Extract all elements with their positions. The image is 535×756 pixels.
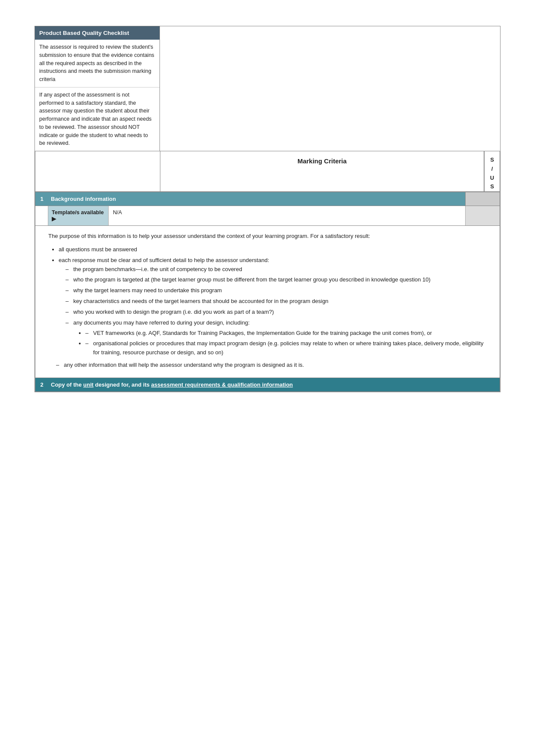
sidebar-body-2: If any aspect of the assessment is not p… (35, 87, 160, 151)
template-row: Template/s available ▶ N/A (35, 206, 500, 226)
dash-item-1: the program benchmarks—i.e. the unit of … (66, 265, 487, 274)
template-value: N/A (109, 206, 465, 225)
dash-item-4: key characteristics and needs of the tar… (66, 297, 487, 306)
template-label-text: Template/s available ▶ (52, 209, 105, 222)
section1-number: 1 (35, 192, 48, 206)
dash-item-3: why the target learners may need to unde… (66, 286, 487, 295)
template-value-text: N/A (113, 209, 122, 216)
marking-criteria-label: Marking Criteria (160, 151, 484, 191)
sub-bullet-2: organisational policies or procedures th… (85, 339, 487, 357)
main-content-body: The purpose of this information is to he… (35, 226, 500, 377)
intro-paragraph: The purpose of this information is to he… (48, 232, 487, 241)
bullet-list: all questions must be answered each resp… (48, 245, 487, 357)
top-section: Product Based Quality Checklist The asse… (35, 26, 500, 151)
marking-criteria-row: Marking Criteria S / U S (35, 151, 500, 192)
left-sidebar: Product Based Quality Checklist The asse… (35, 26, 160, 151)
dash-list-bottom: any other information that will help the… (48, 361, 487, 370)
sus-s: S (490, 156, 494, 165)
template-label: Template/s available ▶ (48, 206, 109, 225)
dash-item-5: who you worked with to design the progra… (66, 308, 487, 317)
section1-header-row: 1 Background information (35, 192, 500, 206)
sus-column: S / U S (484, 151, 500, 191)
sidebar-body-1: The assessor is required to review the s… (35, 40, 160, 87)
section2-title: Copy of the unit designed for, and its a… (48, 378, 500, 391)
sidebar-text-1: The assessor is required to review the s… (39, 44, 154, 82)
section2-title-text: Copy of the unit designed for, and its a… (51, 381, 293, 388)
dash-item-6: any documents you may have referred to d… (66, 319, 487, 357)
bullet-item-2-text: each response must be clear and of suffi… (59, 257, 269, 263)
sus-slash: / (491, 165, 493, 174)
section1-title: Background information (48, 192, 465, 206)
marking-criteria-left-blank (35, 151, 160, 191)
main-document: Product Based Quality Checklist The asse… (34, 26, 501, 392)
dash-list: the program benchmarks—i.e. the unit of … (59, 265, 487, 357)
dash-last-item: any other information that will help the… (56, 361, 487, 370)
sub-bullet-1: VET frameworks (e.g. AQF, Standards for … (85, 329, 487, 338)
template-row-spacer (35, 206, 48, 225)
sus-u: U (490, 174, 494, 183)
right-content-top (160, 26, 500, 151)
bullet-item-2: each response must be clear and of suffi… (59, 256, 487, 357)
sus-s2: S (490, 182, 494, 191)
dash-item-2: who the program is targeted at (the targ… (66, 275, 487, 284)
section2-row: 2 Copy of the unit designed for, and its… (35, 378, 500, 392)
sub-bullet-list: VET frameworks (e.g. AQF, Standards for … (73, 329, 487, 357)
section2-number: 2 (35, 378, 48, 391)
sidebar-header: Product Based Quality Checklist (35, 26, 160, 40)
sidebar-title: Product Based Quality Checklist (39, 30, 129, 36)
template-side (465, 206, 500, 225)
section1-side (465, 192, 500, 206)
sidebar-text-2: If any aspect of the assessment is not p… (39, 92, 152, 147)
bullet-item-1: all questions must be answered (59, 245, 487, 254)
